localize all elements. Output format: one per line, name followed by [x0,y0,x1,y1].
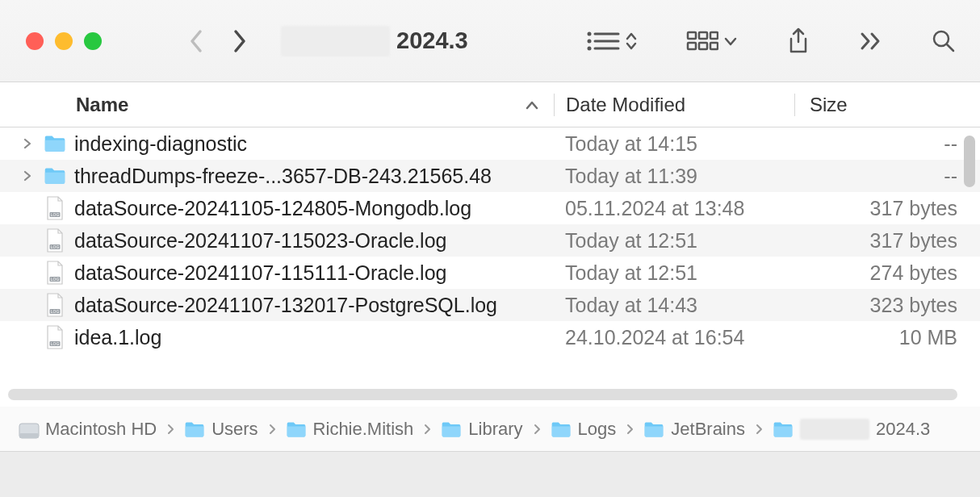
file-row[interactable]: LOG dataSource-20241105-124805-Mongodb.l… [0,192,980,224]
disclosure-triangle-icon [23,262,36,283]
path-bar: Macintosh HD Users Richie.Mitish Library… [0,407,980,451]
path-item[interactable]: Richie.Mitish [286,419,414,440]
folder-icon [184,421,205,437]
disclosure-triangle-icon [23,294,36,315]
folder-icon [44,134,66,152]
file-row[interactable]: indexing-diagnosticToday at 14:15-- [0,127,980,160]
share-icon [786,27,810,55]
file-name: dataSource-20241107-115023-Oracle.log [74,229,446,253]
path-label: Logs [578,419,617,440]
status-bar [0,451,980,497]
file-date: Today at 12:51 [554,229,794,253]
overflow-button[interactable] [859,31,883,52]
forward-button[interactable] [232,29,247,53]
search-button[interactable] [932,29,956,53]
svg-rect-10 [699,43,707,49]
file-name: indexing-diagnostic [74,132,247,156]
back-button[interactable] [189,29,203,53]
file-row[interactable]: LOG dataSource-20241107-132017-PostgreSQ… [0,289,980,321]
search-icon [932,29,956,53]
file-row[interactable]: LOG idea.1.log24.10.2024 at 16:5410 MB [0,321,980,350]
path-separator-icon [533,423,541,436]
path-item[interactable]: JetBrains [643,419,745,440]
column-headers: Name Date Modified Size [0,82,980,127]
svg-rect-27 [19,433,39,438]
double-chevron-right-icon [859,31,883,52]
file-name: idea.1.log [74,326,161,349]
nav-arrows [189,29,247,53]
traffic-lights [26,32,102,50]
path-label: Users [211,419,258,440]
file-row[interactable]: LOG dataSource-20241107-115111-Oracle.lo… [0,257,980,289]
file-name: dataSource-20241105-124805-Mongodb.log [74,197,471,220]
sort-caret-icon [525,99,539,111]
path-label: Macintosh HD [45,419,157,440]
path-label: Library [468,419,522,440]
path-item[interactable]: Macintosh HD [18,419,157,440]
updown-icon [625,30,638,52]
file-date: Today at 12:51 [554,261,794,285]
svg-text:LOG: LOG [51,341,60,346]
window-title-text: 2024.3 [396,27,468,54]
group-by-icon [686,30,718,52]
file-size: 317 bytes [794,197,980,220]
window-title: 2024.3 [281,26,468,56]
folder-icon [441,421,462,437]
share-button[interactable] [786,27,810,55]
file-date: 24.10.2024 at 16:54 [554,326,794,349]
svg-rect-7 [699,32,707,39]
group-by-button[interactable] [686,30,738,52]
path-separator-icon [166,423,174,436]
file-size: 274 bytes [794,261,980,285]
path-item[interactable]: 2024.3 [773,419,930,440]
svg-point-1 [588,39,592,43]
file-size: -- [794,132,980,156]
column-header-name[interactable]: Name [0,94,554,116]
file-name: threadDumps-freeze-...3657-DB-243.21565.… [74,165,492,188]
file-list: indexing-diagnosticToday at 14:15-- thre… [0,127,980,350]
fullscreen-window-button[interactable] [84,32,102,50]
file-date: Today at 14:43 [554,294,794,317]
log-file-icon: LOG [44,293,66,317]
disclosure-triangle-icon [23,230,36,251]
path-item[interactable]: Logs [551,419,617,440]
disclosure-triangle-icon [23,198,36,219]
minimize-window-button[interactable] [55,32,73,50]
close-window-button[interactable] [26,32,44,50]
view-list-button[interactable] [586,30,638,52]
disclosure-triangle-icon [23,327,36,348]
vertical-scrollbar-thumb[interactable] [964,136,975,187]
file-row[interactable]: LOG dataSource-20241107-115023-Oracle.lo… [0,224,980,257]
file-date: 05.11.2024 at 13:48 [554,197,794,220]
path-label: JetBrains [671,419,745,440]
column-header-size[interactable]: Size [794,94,980,116]
log-file-icon: LOG [44,196,66,220]
log-file-icon: LOG [44,228,66,253]
file-row[interactable]: threadDumps-freeze-...3657-DB-243.21565.… [0,160,980,192]
file-name: dataSource-20241107-132017-PostgreSQL.lo… [74,294,497,317]
folder-icon [551,421,572,437]
svg-point-0 [588,31,592,36]
path-label: 2024.3 [876,419,930,440]
window-title-obscured-part [281,26,390,56]
svg-text:LOG: LOG [51,244,60,249]
path-item[interactable]: Users [184,419,258,440]
path-item[interactable]: Library [441,419,522,440]
column-header-name-label: Name [76,94,128,116]
file-size: 323 bytes [794,294,980,317]
svg-rect-8 [710,32,718,39]
svg-text:LOG: LOG [51,212,60,217]
column-header-date[interactable]: Date Modified [554,94,794,116]
list-view-icon [586,30,620,52]
disclosure-triangle-icon[interactable] [23,169,36,182]
horizontal-scrollbar-thumb[interactable] [8,389,957,400]
file-size: -- [794,165,980,188]
file-name: dataSource-20241107-115111-Oracle.log [74,261,446,285]
log-file-icon: LOG [44,325,66,349]
path-separator-icon [626,423,634,436]
path-label: Richie.Mitish [313,419,414,440]
disclosure-triangle-icon[interactable] [23,137,36,150]
path-separator-icon [268,423,276,436]
file-date: Today at 11:39 [554,165,794,188]
path-label-obscured [800,419,869,440]
